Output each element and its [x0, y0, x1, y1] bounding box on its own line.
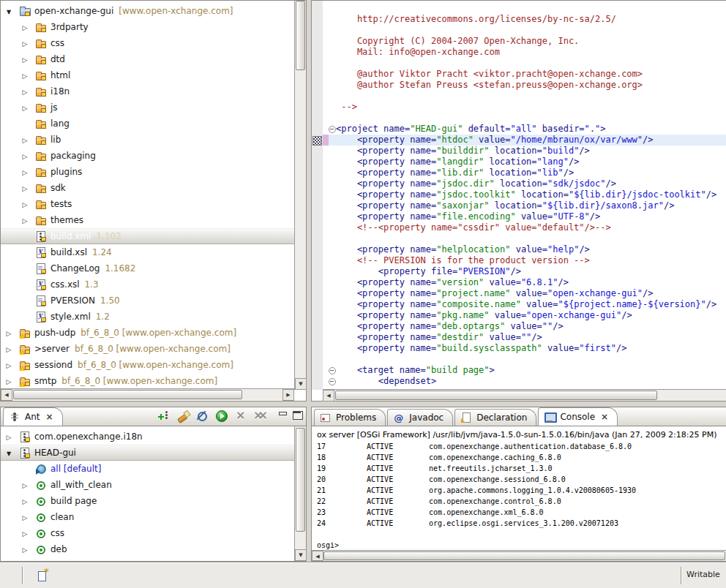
editor-line[interactable] [323, 354, 726, 365]
editor-line-text[interactable]: http://creativecommons.org/licenses/by-n… [336, 14, 726, 25]
fold-toggle-icon[interactable] [329, 321, 336, 332]
tree-row[interactable]: build.xml 1.102 [1, 228, 294, 244]
tab-console[interactable]: Console [538, 407, 618, 426]
editor-line[interactable]: <property name="destdir" value=""/> [323, 332, 726, 343]
editor-line-text[interactable]: <property file="PVERSION"/> [336, 266, 726, 277]
expand-arrow-icon[interactable] [20, 212, 30, 228]
editor-horizontal-scrollbar[interactable]: ◀ [323, 389, 726, 401]
expand-arrow-icon[interactable] [20, 509, 30, 525]
editor-line-text[interactable]: <property name="composite.name" value="$… [336, 299, 726, 310]
expand-arrow-icon[interactable] [20, 67, 30, 83]
explorer-horizontal-scrollbar[interactable]: ◀ ▶ [1, 388, 294, 400]
editor-line[interactable]: <property name="pkg.name" value="open-xc… [323, 310, 726, 321]
fold-toggle-icon[interactable] [329, 244, 336, 255]
fold-toggle-icon[interactable] [329, 14, 336, 25]
expand-arrow-icon[interactable] [20, 148, 30, 164]
editor-line-text[interactable]: <target name="build page"> [336, 365, 726, 376]
tree-row[interactable]: clean [1, 509, 294, 525]
expand-arrow-icon[interactable] [4, 341, 14, 357]
tree-row[interactable] [1, 557, 294, 561]
fold-toggle-icon[interactable] [329, 58, 336, 69]
tree-row[interactable]: 3rdparty [1, 19, 294, 35]
scrollbar-thumb[interactable] [296, 428, 305, 532]
expand-arrow-icon[interactable] [20, 51, 30, 67]
editor-line-text[interactable]: --> [336, 102, 726, 113]
tree-row[interactable]: lib [1, 132, 294, 148]
remove-all-button[interactable] [253, 410, 266, 423]
editor-line-text[interactable]: <property name="file.encoding" value="UT… [336, 211, 726, 222]
editor-line-text[interactable]: @author Viktor Pracht <viktor.pracht@ope… [336, 69, 726, 80]
editor-line[interactable]: <property name="langdir" location="lang"… [323, 157, 726, 167]
editor-line-text[interactable] [336, 25, 726, 36]
tree-row[interactable]: smtp bf_6_8_0 [www.open-xchange.com] [1, 373, 294, 389]
tree-row[interactable]: sessiond bf_6_8_0 [www.open-xchange.com] [1, 357, 294, 373]
editor-text-area[interactable]: http://creativecommons.org/licenses/by-n… [323, 1, 726, 390]
expand-arrow-icon[interactable] [20, 19, 30, 35]
expand-arrow-icon[interactable] [20, 309, 30, 325]
editor-line[interactable]: <project name="HEAD-gui" default="all" b… [323, 124, 726, 135]
editor-line[interactable] [323, 25, 726, 36]
editor-line-text[interactable]: <property name="build.sysclasspath" valu… [336, 343, 726, 354]
expand-arrow-icon[interactable] [4, 357, 14, 373]
editor-line[interactable]: <property name="jsdoc.toolkit" location=… [323, 189, 726, 200]
fold-toggle-icon[interactable] [329, 113, 336, 124]
horizontal-sash[interactable] [0, 402, 726, 407]
editor-line-text[interactable]: <property name="jsdoc.dir" location="sdk… [336, 178, 726, 189]
expand-arrow-icon[interactable] [4, 429, 14, 445]
editor-line-text[interactable]: <property name="version" value="6.8.1"/> [336, 277, 726, 288]
editor-line-text[interactable]: <property name="pkg.name" value="open-xc… [336, 310, 726, 321]
editor-line[interactable]: <property file="PVERSION"/> [323, 266, 726, 277]
osgi-prompt[interactable]: osgi> [313, 540, 726, 550]
tree-row[interactable]: HEAD-gui [1, 445, 294, 461]
expand-arrow-icon[interactable] [20, 525, 30, 541]
editor-line[interactable] [323, 113, 726, 124]
expand-arrow-icon[interactable] [20, 35, 30, 51]
tree-row[interactable]: packaging [1, 148, 294, 164]
fold-toggle-icon[interactable] [329, 124, 336, 135]
editor-line-text[interactable]: <!--<property name="cssdir" value="defau… [336, 222, 726, 233]
fold-toggle-icon[interactable] [329, 266, 336, 277]
editor-line-text[interactable]: <property name="builddir" location="buil… [336, 146, 726, 157]
scroll-down-button[interactable]: ▼ [295, 378, 307, 390]
run-button[interactable] [215, 410, 228, 423]
fast-view-icon[interactable] [38, 569, 50, 581]
expand-arrow-icon[interactable] [20, 276, 30, 293]
search-button[interactable] [177, 410, 190, 423]
scrollbar-thumb[interactable] [13, 390, 242, 399]
tab-ant[interactable]: Ant [3, 407, 63, 426]
editor-line[interactable]: --> [323, 102, 726, 113]
scroll-right-button[interactable]: ▶ [282, 389, 294, 401]
close-tab-icon[interactable] [601, 412, 608, 421]
editor-line[interactable]: <target name="build page"> [323, 365, 726, 376]
tree-row[interactable]: html [1, 67, 294, 83]
expand-arrow-icon[interactable] [20, 293, 30, 309]
editor-line[interactable]: <property name="jsdoc.dir" location="sdk… [323, 178, 726, 189]
fold-toggle-icon[interactable] [329, 255, 336, 266]
tab-problems[interactable]: Problems [314, 409, 386, 426]
tree-row[interactable]: com.openexchange.i18n [1, 429, 294, 445]
editor-line-text[interactable]: <property name="langdir" location="lang"… [336, 157, 726, 167]
tree-row[interactable]: all_with_clean [1, 477, 294, 493]
tree-row[interactable]: build.xsl 1.24 [1, 244, 294, 260]
tree-row[interactable]: css [1, 525, 294, 541]
tree-row[interactable]: i18n [1, 83, 294, 99]
tree-row[interactable]: open-xchange-gui [www.open-xchange.com] [1, 3, 294, 19]
tree-row[interactable]: tests [1, 196, 294, 212]
expand-arrow-icon[interactable] [20, 260, 30, 276]
editor-line[interactable]: @author Viktor Pracht <viktor.pracht@ope… [323, 69, 726, 80]
editor-line[interactable]: <property name="build.sysclasspath" valu… [323, 343, 726, 354]
fold-toggle-icon[interactable] [329, 200, 336, 211]
tree-row[interactable]: js [1, 99, 294, 116]
editor-line-text[interactable]: <property name="jsdoc.toolkit" location=… [336, 189, 726, 200]
editor-line[interactable] [323, 58, 726, 69]
tree-row[interactable]: deb [1, 541, 294, 557]
editor-line-text[interactable] [336, 354, 726, 365]
expand-arrow-icon[interactable] [20, 132, 30, 148]
maximize-icon[interactable] [293, 411, 302, 419]
tree-row[interactable]: themes [1, 212, 294, 228]
tree-row[interactable]: dtd [1, 51, 294, 67]
editor-line-text[interactable]: <dependset> [336, 376, 726, 387]
expand-arrow-icon[interactable] [20, 196, 30, 212]
tree-row[interactable]: >server bf_6_8_0 [www.open-xchange.com] [1, 341, 294, 357]
fold-toggle-icon[interactable] [329, 376, 336, 387]
